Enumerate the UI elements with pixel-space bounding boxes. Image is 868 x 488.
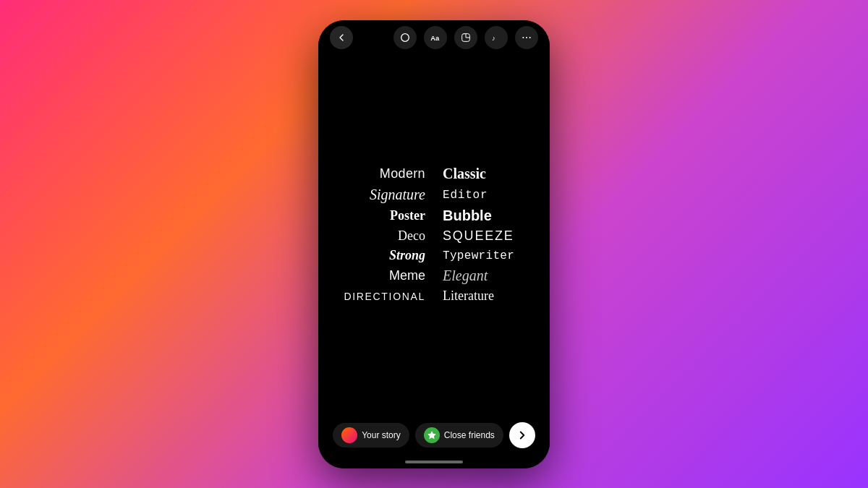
circle-icon [399, 32, 411, 43]
more-icon [521, 32, 532, 43]
sticker-icon [460, 32, 472, 43]
font-editor[interactable]: Editor [434, 189, 528, 202]
font-poster[interactable]: Poster [340, 208, 434, 223]
font-elegant[interactable]: Elegant [434, 267, 528, 284]
home-indicator-bar [405, 461, 463, 463]
your-story-label: Your story [362, 430, 401, 440]
more-button[interactable] [515, 26, 538, 49]
bottom-bar: Your story Close friends [318, 415, 550, 455]
font-squeeze[interactable]: SQUEEZE [434, 228, 528, 244]
close-friends-icon [424, 427, 440, 443]
font-row-1: Modern Classic [318, 166, 550, 182]
sticker-button[interactable] [454, 26, 477, 49]
font-row-4: Deco SQUEEZE [318, 228, 550, 244]
font-list: Modern Classic Signature Editor Poster B… [318, 55, 550, 415]
send-arrow-icon [516, 429, 529, 442]
home-indicator [318, 455, 550, 468]
font-deco[interactable]: Deco [340, 228, 434, 244]
top-bar-icons: Aa ♪ ♪ [393, 26, 538, 49]
your-story-button[interactable]: Your story [333, 423, 409, 448]
circle-button[interactable] [393, 26, 417, 49]
svg-point-0 [401, 33, 409, 41]
text-icon: Aa [430, 32, 441, 43]
back-icon [336, 32, 347, 43]
top-bar-left [330, 26, 353, 49]
font-bubble[interactable]: Bubble [434, 207, 528, 224]
font-row-3: Poster Bubble [318, 207, 550, 224]
text-button[interactable]: Aa [424, 26, 447, 49]
font-directional[interactable]: DIRECTIONAL [340, 291, 434, 302]
font-meme[interactable]: Meme [340, 268, 434, 283]
star-icon [427, 430, 437, 440]
font-row-7: DIRECTIONAL Literature [318, 288, 550, 304]
font-strong[interactable]: Strong [340, 248, 434, 263]
svg-point-4 [522, 37, 524, 38]
font-typewriter[interactable]: Typewriter [434, 249, 528, 262]
font-row-2: Signature Editor [318, 187, 550, 203]
close-friends-button[interactable]: Close friends [415, 423, 503, 448]
font-row-6: Meme Elegant [318, 267, 550, 284]
svg-text:Aa: Aa [430, 35, 440, 42]
music-button[interactable]: ♪ ♪ [485, 26, 508, 49]
top-bar: Aa ♪ ♪ [318, 20, 550, 55]
svg-marker-7 [427, 431, 436, 439]
svg-text:♪: ♪ [492, 35, 495, 42]
close-friends-label: Close friends [444, 430, 495, 440]
phone-container: Aa ♪ ♪ [318, 20, 550, 468]
font-classic[interactable]: Classic [434, 166, 528, 182]
svg-point-5 [526, 37, 527, 38]
story-avatar [341, 427, 357, 443]
music-icon: ♪ ♪ [490, 32, 502, 43]
font-signature[interactable]: Signature [340, 187, 434, 203]
font-modern[interactable]: Modern [340, 166, 434, 181]
svg-point-6 [529, 37, 531, 38]
font-row-5: Strong Typewriter [318, 248, 550, 263]
back-button[interactable] [330, 26, 353, 49]
font-literature[interactable]: Literature [434, 288, 528, 304]
send-button[interactable] [509, 422, 535, 448]
